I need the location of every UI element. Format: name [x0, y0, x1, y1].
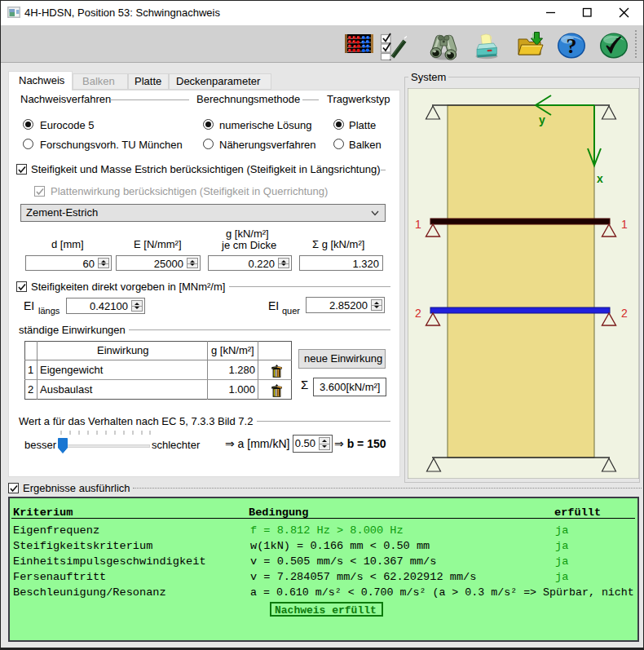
svg-text:1: 1 [415, 218, 421, 231]
svg-text:2: 2 [621, 307, 628, 320]
svg-text:y: y [539, 113, 545, 126]
svg-text:?: ? [567, 34, 577, 58]
svg-text:1: 1 [621, 218, 628, 231]
svg-text:x: x [597, 172, 603, 185]
svg-text:2: 2 [415, 307, 421, 320]
